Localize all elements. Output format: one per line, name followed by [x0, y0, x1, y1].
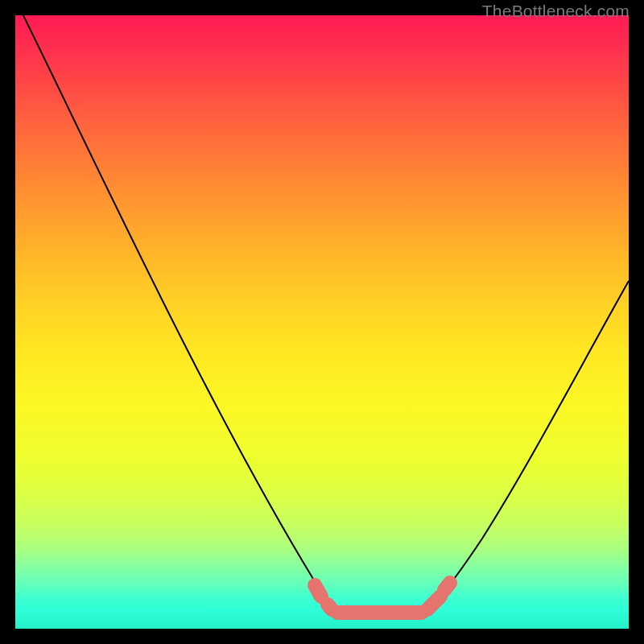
highlight-flat-region — [315, 583, 450, 613]
bottleneck-curve — [15, 0, 629, 617]
chart-svg — [15, 15, 629, 629]
plot-area — [15, 15, 629, 629]
watermark-text: TheBottleneck.com — [482, 2, 630, 21]
